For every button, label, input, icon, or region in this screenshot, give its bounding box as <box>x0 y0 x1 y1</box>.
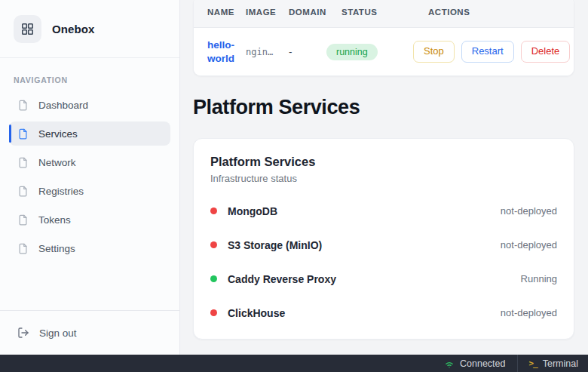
delete-button[interactable]: Delete <box>521 41 571 63</box>
platform-service-status: not-deployed <box>501 205 557 217</box>
table-header-row: NAME IMAGE DOMAIN STATUS ACTIONS <box>194 0 574 28</box>
app-logo: Onebox <box>0 0 179 58</box>
stop-button[interactable]: Stop <box>413 41 455 63</box>
list-item-mongodb: MongoDB not-deployed <box>210 194 557 228</box>
sign-out-icon <box>17 327 29 339</box>
services-table-card: NAME IMAGE DOMAIN STATUS ACTIONS hello-w… <box>193 0 574 76</box>
terminal-button[interactable]: >_ Terminal <box>517 355 588 372</box>
service-name-link[interactable]: hello-world <box>207 38 243 65</box>
column-header-name: NAME <box>207 8 246 17</box>
sidebar-item-network[interactable]: Network <box>9 150 170 174</box>
status-dot-icon <box>210 208 217 214</box>
status-dot-icon <box>210 241 217 248</box>
file-icon <box>17 243 29 254</box>
status-bar: Connected >_ Terminal <box>0 355 588 372</box>
sidebar: Onebox NAVIGATION Dashboard Services Net… <box>0 0 180 355</box>
service-image-cell: ngin… <box>246 47 289 57</box>
sign-out-button[interactable]: Sign out <box>9 321 170 345</box>
platform-service-name: Caddy Reverse Proxy <box>228 273 336 285</box>
file-icon <box>17 186 29 197</box>
file-icon <box>17 128 29 140</box>
wifi-icon <box>444 358 455 369</box>
row-actions: Stop Restart Delete <box>413 41 570 63</box>
platform-service-name: S3 Storage (MinIO) <box>228 239 322 251</box>
restart-button[interactable]: Restart <box>461 41 514 63</box>
sidebar-footer: Sign out <box>0 310 179 355</box>
sidebar-item-label: Registries <box>38 186 84 197</box>
file-icon <box>17 157 29 168</box>
sidebar-item-dashboard[interactable]: Dashboard <box>9 93 170 117</box>
platform-service-status: not-deployed <box>501 307 557 318</box>
app-window: Onebox NAVIGATION Dashboard Services Net… <box>0 0 588 355</box>
app-title: Onebox <box>52 23 94 35</box>
file-icon <box>17 214 29 226</box>
page-title: Platform Services <box>193 96 574 119</box>
sidebar-item-tokens[interactable]: Tokens <box>9 208 170 232</box>
column-header-domain: DOMAIN <box>289 8 341 17</box>
connection-status-label: Connected <box>460 358 505 369</box>
connection-status: Connected <box>433 355 516 372</box>
card-subtitle: Infrastructure status <box>210 173 557 184</box>
sidebar-item-registries[interactable]: Registries <box>9 179 170 203</box>
sidebar-nav: Dashboard Services Network Registries To… <box>0 93 179 265</box>
file-icon <box>17 100 29 111</box>
list-item-caddy: Caddy Reverse Proxy Running <box>210 262 557 296</box>
terminal-label: Terminal <box>543 358 578 369</box>
platform-service-status: Running <box>521 273 557 284</box>
sign-out-label: Sign out <box>39 327 77 339</box>
table-row: hello-world ngin… - running Stop Restart… <box>194 28 574 75</box>
card-title: Platform Services <box>210 155 557 169</box>
grid-logo-icon <box>14 15 41 43</box>
nav-section-label: NAVIGATION <box>0 58 179 93</box>
status-dot-icon <box>210 275 217 282</box>
sidebar-item-label: Dashboard <box>38 100 88 111</box>
sidebar-item-label: Settings <box>38 243 75 254</box>
service-domain-cell: - <box>289 46 326 57</box>
status-badge: running <box>326 44 378 60</box>
column-header-actions: ACTIONS <box>428 8 560 17</box>
platform-services-list: MongoDB not-deployed S3 Storage (MinIO) … <box>210 194 557 330</box>
platform-service-status: not-deployed <box>501 239 557 251</box>
column-header-status: STATUS <box>341 8 428 17</box>
platform-service-name: ClickHouse <box>228 307 285 319</box>
status-dot-icon <box>210 309 217 316</box>
sidebar-item-services[interactable]: Services <box>9 121 170 146</box>
platform-service-name: MongoDB <box>228 205 277 217</box>
sidebar-item-label: Services <box>38 128 78 140</box>
column-header-image: IMAGE <box>246 8 289 17</box>
main-content: NAME IMAGE DOMAIN STATUS ACTIONS hello-w… <box>180 0 588 355</box>
platform-services-card: Platform Services Infrastructure status … <box>193 138 574 340</box>
sidebar-item-label: Network <box>38 157 76 168</box>
terminal-prompt-icon: >_ <box>529 358 537 368</box>
list-item-s3-storage: S3 Storage (MinIO) not-deployed <box>210 228 557 262</box>
sidebar-item-settings[interactable]: Settings <box>9 236 170 260</box>
sidebar-item-label: Tokens <box>38 214 71 226</box>
list-item-clickhouse: ClickHouse not-deployed <box>210 296 557 330</box>
